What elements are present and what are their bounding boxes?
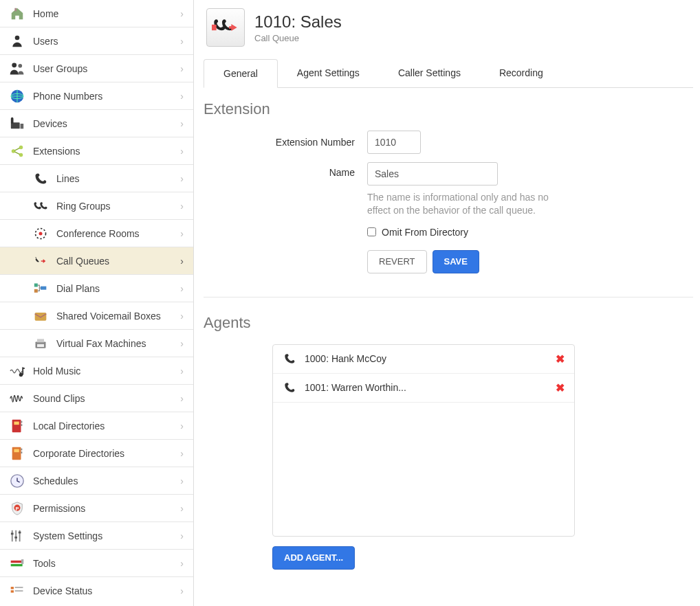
svg-point-12 xyxy=(39,232,43,235)
phone-icon xyxy=(283,352,296,366)
shield-icon: P xyxy=(8,500,26,517)
svg-rect-27 xyxy=(21,448,23,450)
nav-label: Sound Clips xyxy=(33,393,185,404)
save-button[interactable]: SAVE xyxy=(433,250,479,273)
nav-phone-numbers[interactable]: Phone Numbers › xyxy=(0,82,193,110)
chevron-right-icon: › xyxy=(180,146,184,157)
status-icon xyxy=(8,582,26,600)
svg-point-1 xyxy=(15,35,20,40)
nav-extensions[interactable]: Extensions › xyxy=(0,137,193,165)
svg-rect-44 xyxy=(15,590,23,592)
nav-users[interactable]: Users › xyxy=(0,27,193,55)
page-title: 1010: Sales xyxy=(254,12,342,32)
nav-system-settings[interactable]: System Settings › xyxy=(0,522,193,550)
svg-rect-38 xyxy=(11,560,23,562)
chevron-right-icon: › xyxy=(180,228,184,239)
voicemail-icon xyxy=(32,308,50,324)
nav-label: Shared Voicemail Boxes xyxy=(56,311,185,322)
sound-icon xyxy=(8,390,26,407)
nav-dial-plans[interactable]: Dial Plans › xyxy=(0,275,193,302)
name-input[interactable] xyxy=(367,162,498,186)
svg-rect-40 xyxy=(21,559,23,564)
svg-point-2 xyxy=(12,63,17,67)
main-content: 1010: Sales Call Queue General Agent Set… xyxy=(194,0,700,606)
svg-rect-43 xyxy=(15,587,23,588)
svg-rect-25 xyxy=(12,447,21,459)
add-agent-button[interactable]: ADD AGENT... xyxy=(272,546,355,570)
nav-lines[interactable]: Lines › xyxy=(0,165,193,192)
chevron-right-icon: › xyxy=(180,585,184,596)
nav-corporate-directories[interactable]: Corporate Directories › xyxy=(0,440,193,467)
agents-section-title: Agents xyxy=(204,314,693,332)
svg-point-8 xyxy=(12,149,16,153)
tab-agent-settings[interactable]: Agent Settings xyxy=(278,59,379,87)
page-subtitle: Call Queue xyxy=(254,33,342,43)
chevron-right-icon: › xyxy=(180,91,184,102)
nav-label: Hold Music xyxy=(33,366,185,377)
svg-rect-36 xyxy=(14,536,17,538)
remove-agent-icon[interactable]: ✖ xyxy=(556,352,565,366)
tools-icon xyxy=(8,554,26,572)
chevron-right-icon: › xyxy=(180,201,184,212)
phone-icon xyxy=(32,171,50,186)
extension-number-input[interactable] xyxy=(367,131,421,154)
agent-row[interactable]: 1000: Hank McCoy ✖ xyxy=(273,345,574,374)
ring-group-icon xyxy=(32,199,50,214)
nav-label: User Groups xyxy=(33,63,185,74)
remove-agent-icon[interactable]: ✖ xyxy=(556,381,565,394)
agent-row[interactable]: 1001: Warren Worthin... ✖ xyxy=(273,374,574,403)
nav-device-status[interactable]: Device Status › xyxy=(0,577,193,605)
nav-local-directories[interactable]: Local Directories › xyxy=(0,412,193,440)
chevron-right-icon: › xyxy=(180,530,184,541)
nav-label: Extensions xyxy=(33,146,185,157)
chevron-right-icon: › xyxy=(180,558,184,569)
agents-list: 1000: Hank McCoy ✖ 1001: Warren Worthin.… xyxy=(272,344,575,537)
svg-rect-24 xyxy=(21,424,23,426)
chevron-right-icon: › xyxy=(180,63,184,74)
conference-icon xyxy=(32,226,50,241)
nav-home[interactable]: Home › xyxy=(0,0,193,27)
nav-tools[interactable]: Tools › xyxy=(0,550,193,577)
chevron-right-icon: › xyxy=(180,173,184,184)
tabs: General Agent Settings Caller Settings R… xyxy=(204,59,693,88)
nav-user-groups[interactable]: User Groups › xyxy=(0,55,193,82)
svg-rect-16 xyxy=(35,313,47,321)
agent-label: 1000: Hank McCoy xyxy=(305,353,556,364)
nav-conference-rooms[interactable]: Conference Rooms › xyxy=(0,220,193,247)
omit-directory-checkbox[interactable] xyxy=(367,227,376,236)
extension-number-label: Extension Number xyxy=(204,137,367,148)
nav-virtual-fax[interactable]: Virtual Fax Machines › xyxy=(0,330,193,357)
nav-label: Permissions xyxy=(33,503,185,514)
svg-rect-0 xyxy=(14,8,17,11)
nav-call-queues[interactable]: Call Queues › xyxy=(0,247,193,275)
nav-hold-music[interactable]: Hold Music › xyxy=(0,357,193,385)
tab-general[interactable]: General xyxy=(204,59,278,88)
nav-label: Local Directories xyxy=(33,420,185,431)
tab-recording[interactable]: Recording xyxy=(480,59,562,87)
nav-label: Tools xyxy=(33,558,185,569)
nav-devices[interactable]: Devices › xyxy=(0,110,193,137)
nav-sound-clips[interactable]: Sound Clips › xyxy=(0,385,193,412)
tab-caller-settings[interactable]: Caller Settings xyxy=(379,59,480,87)
svg-rect-39 xyxy=(11,563,23,565)
agent-label: 1001: Warren Worthin... xyxy=(305,382,556,393)
svg-rect-19 xyxy=(37,344,44,346)
revert-button[interactable]: REVERT xyxy=(367,250,427,273)
globe-icon xyxy=(8,87,26,105)
nav-permissions[interactable]: P Permissions › xyxy=(0,495,193,522)
nav-label: Corporate Directories xyxy=(33,448,185,459)
nav-shared-voicemail[interactable]: Shared Voicemail Boxes › xyxy=(0,302,193,330)
nav-schedules[interactable]: Schedules › xyxy=(0,467,193,495)
divider xyxy=(204,297,693,298)
svg-rect-15 xyxy=(41,286,46,289)
nav-ring-groups[interactable]: Ring Groups › xyxy=(0,192,193,220)
svg-point-3 xyxy=(18,63,22,67)
svg-rect-23 xyxy=(21,420,23,423)
name-label: Name xyxy=(204,162,367,178)
nav-label: Schedules xyxy=(33,475,185,486)
svg-rect-26 xyxy=(14,449,19,452)
user-icon xyxy=(8,32,26,50)
svg-rect-37 xyxy=(19,531,21,533)
chevron-right-icon: › xyxy=(180,393,184,404)
svg-rect-45 xyxy=(212,25,217,30)
